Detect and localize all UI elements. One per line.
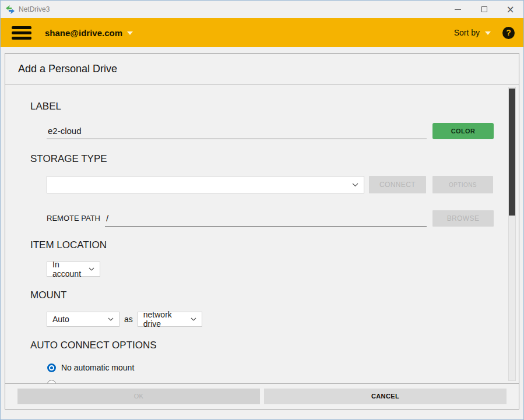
storage-type-row: CONNECT OPTIONS bbox=[47, 176, 494, 193]
mount-row: Auto as network drive bbox=[47, 312, 494, 327]
vertical-scrollbar[interactable] bbox=[508, 87, 516, 381]
item-location-heading: ITEM LOCATION bbox=[30, 239, 107, 251]
item-location-value: In account bbox=[52, 260, 89, 278]
close-button[interactable]: × bbox=[497, 1, 523, 18]
menu-button[interactable] bbox=[9, 24, 34, 42]
add-personal-drive-panel: Add a Personal Drive LABEL COLOR STORAGE… bbox=[5, 53, 519, 410]
browse-button[interactable]: BROWSE bbox=[432, 210, 494, 227]
storage-type-heading: STORAGE TYPE bbox=[30, 153, 107, 165]
label-input[interactable] bbox=[47, 126, 427, 139]
remote-path-row: REMOTE PATH BROWSE bbox=[47, 209, 494, 227]
cancel-button[interactable]: CANCEL bbox=[264, 389, 507, 404]
options-button[interactable]: OPTIONS bbox=[432, 176, 493, 193]
item-location-select[interactable]: In account bbox=[47, 262, 100, 277]
maximize-button[interactable] bbox=[471, 1, 497, 18]
form-content: LABEL COLOR STORAGE TYPE CONNECT OPTIONS… bbox=[5, 84, 519, 384]
dialog-footer: OK CANCEL bbox=[5, 383, 519, 409]
radio-checked-icon bbox=[47, 363, 56, 372]
account-dropdown[interactable]: shane@idrive.com bbox=[45, 28, 133, 38]
radio-option-label: No automatic mount bbox=[61, 363, 134, 372]
chevron-down-icon bbox=[108, 317, 114, 321]
sort-by-label: Sort by bbox=[454, 28, 480, 37]
window-title: NetDrive3 bbox=[19, 5, 50, 13]
label-row: COLOR bbox=[47, 122, 494, 139]
mount-heading: MOUNT bbox=[30, 290, 66, 301]
ok-button[interactable]: OK bbox=[17, 389, 260, 404]
chevron-down-icon bbox=[352, 183, 358, 187]
mount-target-select[interactable]: network drive bbox=[138, 312, 202, 327]
maximize-icon bbox=[481, 6, 487, 12]
titlebar: NetDrive3 × bbox=[1, 1, 523, 18]
chevron-down-icon bbox=[127, 31, 133, 35]
connect-button[interactable]: CONNECT bbox=[369, 176, 426, 193]
mount-mode-value: Auto bbox=[52, 315, 69, 324]
remote-path-label: REMOTE PATH bbox=[47, 214, 100, 227]
window-controls: × bbox=[445, 1, 523, 18]
question-mark-icon: ? bbox=[506, 28, 511, 37]
mount-target-value: network drive bbox=[143, 310, 191, 329]
chevron-down-icon bbox=[89, 267, 94, 271]
close-icon: × bbox=[506, 5, 514, 15]
page-title: Add a Personal Drive bbox=[5, 54, 519, 84]
chevron-down-icon bbox=[191, 317, 196, 321]
mount-mode-select[interactable]: Auto bbox=[47, 312, 119, 327]
scrollbar-thumb[interactable] bbox=[509, 89, 515, 216]
help-button[interactable]: ? bbox=[502, 27, 515, 39]
hamburger-icon bbox=[12, 26, 31, 29]
minimize-icon bbox=[455, 9, 461, 10]
account-email: shane@idrive.com bbox=[45, 28, 122, 38]
remote-path-input[interactable] bbox=[105, 213, 427, 227]
color-button[interactable]: COLOR bbox=[432, 123, 494, 139]
minimize-button[interactable] bbox=[445, 1, 471, 18]
sort-by-dropdown[interactable]: Sort by bbox=[454, 28, 491, 37]
netdrive-logo-icon bbox=[5, 5, 15, 15]
radio-no-automatic-mount[interactable]: No automatic mount bbox=[47, 363, 134, 372]
auto-connect-heading: AUTO CONNECT OPTIONS bbox=[30, 340, 157, 351]
app-bar: shane@idrive.com Sort by ? bbox=[1, 18, 523, 47]
mount-as-label: as bbox=[124, 315, 133, 324]
label-section-heading: LABEL bbox=[30, 101, 61, 112]
appbar-right: Sort by ? bbox=[454, 27, 523, 39]
storage-type-select[interactable] bbox=[47, 176, 364, 193]
chevron-down-icon bbox=[485, 31, 491, 35]
